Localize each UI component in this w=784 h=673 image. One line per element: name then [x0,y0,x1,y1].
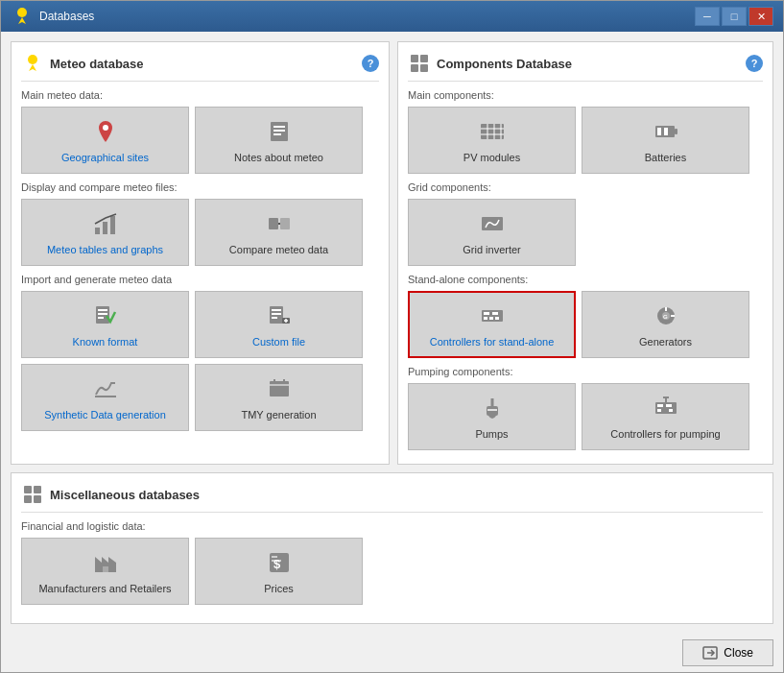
battery-icon [653,118,679,148]
svg-point-1 [28,55,37,64]
svg-rect-67 [24,495,32,503]
minimize-button[interactable]: ─ [695,7,720,26]
svg-rect-60 [666,404,672,407]
pumps-label: Pumps [475,428,508,440]
comp-section-label-4: Pumping components: [408,366,763,377]
svg-rect-73 [272,556,277,558]
meteo-tables-label: Meteo tables and graphs [47,244,163,255]
svg-rect-20 [272,317,277,319]
generators-button[interactable]: G Generators [582,291,749,358]
window-close-button[interactable]: ✕ [748,7,773,26]
chart-icon [92,210,119,240]
batteries-button[interactable]: Batteries [582,107,749,174]
svg-rect-25 [270,381,289,397]
svg-rect-4 [273,126,285,128]
controller-icon [479,302,506,332]
svg-rect-10 [269,218,278,229]
pv-modules-label: PV modules [463,152,520,163]
svg-rect-14 [98,309,107,311]
known-format-button[interactable]: Known format [21,291,189,358]
components-panel-header: Components Database ? [408,52,763,82]
meteo-panel-header-left: Meteo database [21,52,144,75]
meteo-panel-header: Meteo database ? [21,52,379,82]
geographical-sites-button[interactable]: Geographical sites [21,107,189,174]
title-bar-left: Databases [11,5,94,28]
generators-label: Generators [639,336,692,348]
svg-rect-41 [657,128,661,135]
note-icon [266,118,293,148]
tmy-generation-label: TMY generation [241,409,316,421]
controllers-standalone-button[interactable]: Controllers for stand-alone [408,291,576,358]
svg-rect-16 [98,317,104,319]
compare-icon [266,210,293,240]
svg-rect-45 [484,312,489,315]
manufacturers-button[interactable]: Manufacturers and Retailers [21,538,189,605]
svg-text:$: $ [273,557,281,571]
location-icon [92,118,119,148]
compare-meteo-button[interactable]: Compare meteo data [195,199,363,266]
meteo-tables-button[interactable]: Meteo tables and graphs [21,199,189,266]
prices-button[interactable]: $ Prices [195,538,363,605]
app-icon [11,5,34,28]
svg-rect-31 [411,64,418,72]
grid-components-buttons: Grid inverter [408,199,763,266]
controllers-pumping-button[interactable]: Controllers for pumping [582,383,749,450]
generator-icon: G [653,302,679,332]
bottom-bar: Close [1,634,783,672]
standalone-components-buttons: Controllers for stand-alone G [408,291,763,358]
components-panel: Components Database ? Main components: [397,41,773,465]
pump-icon [479,395,506,424]
svg-rect-46 [492,312,498,315]
svg-rect-70 [103,566,108,572]
grid-inverter-label: Grid inverter [463,244,521,255]
prices-label: Prices [264,583,294,594]
tmy-generation-button[interactable]: TMY generation [195,364,363,431]
custom-file-label: Custom file [252,336,305,348]
svg-rect-11 [280,218,290,229]
compare-meteo-label: Compare meteo data [229,244,328,255]
pv-modules-button[interactable]: PV modules [408,107,576,174]
svg-point-2 [103,125,108,131]
svg-rect-32 [420,64,428,72]
svg-rect-19 [272,313,281,315]
maximize-button[interactable]: □ [722,7,747,26]
window-title: Databases [39,10,94,23]
batteries-label: Batteries [645,152,686,163]
synthetic-icon [92,375,119,405]
known-icon [92,302,119,332]
svg-rect-7 [95,228,100,234]
components-help-button[interactable]: ? [746,55,763,72]
svg-rect-33 [481,124,504,139]
svg-rect-65 [24,486,32,493]
svg-rect-49 [495,317,499,320]
misc-panel-title: Miscellaneous databases [50,488,200,502]
misc-icon [21,483,44,506]
meteo-compare-buttons: Meteo tables and graphs Compare meteo da… [21,199,379,266]
svg-rect-62 [669,409,673,412]
synthetic-data-button[interactable]: Synthetic Data generation [21,364,189,431]
close-button[interactable]: Close [682,639,773,666]
meteo-section-label-1: Main meteo data: [21,89,379,101]
notes-meteo-label: Notes about meteo [234,152,323,163]
meteo-panel: Meteo database ? Main meteo data: [11,41,390,465]
geographical-sites-label: Geographical sites [61,152,149,163]
svg-rect-40 [675,129,677,134]
svg-rect-66 [34,486,41,493]
factory-icon [92,549,119,579]
meteo-section-label-3: Import and generate meteo data [21,274,379,285]
comp-section-label-2: Grid components: [408,181,763,193]
meteo-icon [21,52,44,75]
svg-rect-44 [482,310,503,322]
svg-rect-59 [657,404,663,407]
custom-file-button[interactable]: Custom file [195,291,363,358]
close-button-label: Close [724,646,753,660]
misc-panel-header: Miscellaneous databases [21,483,763,513]
custom-icon [266,302,293,332]
svg-rect-48 [489,317,493,320]
notes-meteo-button[interactable]: Notes about meteo [195,107,363,174]
main-content: Meteo database ? Main meteo data: [1,32,783,634]
pumps-button[interactable]: Pumps [408,383,576,450]
grid-inverter-button[interactable]: Grid inverter [408,199,576,266]
pumping-components-buttons: Pumps [408,383,763,450]
meteo-help-button[interactable]: ? [362,55,379,72]
